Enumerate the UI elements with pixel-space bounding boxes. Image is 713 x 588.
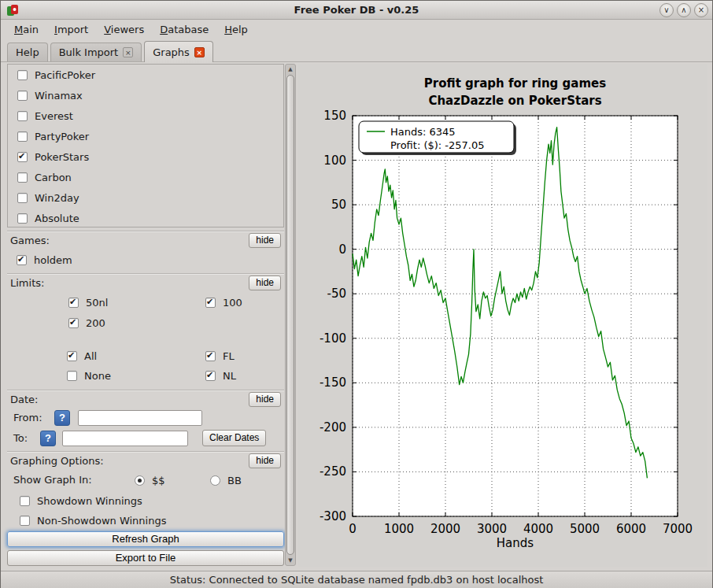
tab-bulk-import[interactable]: Bulk Import × <box>50 43 142 61</box>
checkbox[interactable] <box>68 298 79 308</box>
profit-graph: 01000200030004000500060007000150100500-5… <box>298 64 707 567</box>
limit-filter-all[interactable]: All <box>67 347 97 364</box>
svg-text:-100: -100 <box>320 331 346 346</box>
date-hide-button[interactable]: hide <box>249 392 281 407</box>
site-filter-pacificpoker[interactable]: PacificPoker <box>17 66 95 83</box>
date-from-input[interactable] <box>78 410 202 426</box>
radio-button[interactable] <box>210 475 220 486</box>
graphing-hide-button[interactable]: hide <box>249 453 281 468</box>
date-from-label: From: <box>13 412 42 423</box>
checkbox[interactable] <box>205 371 216 381</box>
filter-panel-scrollbar[interactable]: ▲ ▼ <box>285 64 296 566</box>
site-filter-pokerstars[interactable]: PokerStars <box>17 148 89 165</box>
limits-hide-button[interactable]: hide <box>249 276 281 290</box>
site-label: Win2day <box>35 192 79 204</box>
menu-help[interactable]: Help <box>217 22 255 37</box>
menu-viewers[interactable]: Viewers <box>97 22 151 37</box>
checkbox[interactable] <box>205 351 216 361</box>
checkbox[interactable] <box>67 371 77 381</box>
scroll-down-icon[interactable]: ▼ <box>286 556 295 565</box>
limit-label: FL <box>223 350 235 362</box>
radio-button[interactable] <box>135 475 145 486</box>
limit-filter-200[interactable]: 200 <box>68 314 105 331</box>
close-tab-icon[interactable]: × <box>123 47 133 57</box>
menu-database[interactable]: Database <box>153 22 216 37</box>
checkbox[interactable] <box>17 213 28 224</box>
scrollbar-thumb[interactable] <box>286 75 294 555</box>
title-bar[interactable]: Free Poker DB - v0.25 ∨ ∧ × <box>1 1 712 20</box>
site-label: PartyPoker <box>35 131 89 142</box>
status-text: Status: Connected to SQLite database nam… <box>170 574 544 586</box>
svg-text:100: 100 <box>323 153 346 168</box>
limit-label: All <box>84 350 97 362</box>
tab-help[interactable]: Help <box>7 43 48 61</box>
radio-label: $$ <box>152 475 165 486</box>
site-label: Carbon <box>35 172 72 183</box>
show-graph-in-label: Show Graph In: <box>13 474 92 486</box>
site-label: PacificPoker <box>35 69 95 81</box>
svg-text:Profit graph for ring games: Profit graph for ring games <box>424 76 606 91</box>
games-hide-button[interactable]: hide <box>249 233 281 248</box>
date-to-input[interactable] <box>62 431 188 446</box>
checkbox[interactable] <box>17 152 28 162</box>
checkbox[interactable] <box>68 318 79 328</box>
export-to-file-button[interactable]: Export to File <box>7 550 284 566</box>
limit-label: 100 <box>223 297 242 309</box>
tab-label: Bulk Import <box>59 46 119 58</box>
svg-text:-300: -300 <box>320 509 346 523</box>
status-bar: Status: Connected to SQLite database nam… <box>1 571 712 588</box>
site-filter-absolute[interactable]: Absolute <box>17 209 79 227</box>
close-icon[interactable]: × <box>694 3 708 17</box>
checkbox[interactable] <box>17 193 28 203</box>
maximize-icon[interactable]: ∧ <box>677 3 691 17</box>
radio-dollars[interactable]: $$ <box>135 472 165 489</box>
minimize-icon[interactable]: ∨ <box>659 3 674 17</box>
site-filter-partypoker[interactable]: PartyPoker <box>17 128 89 145</box>
limit-filter-100[interactable]: 100 <box>205 294 242 311</box>
limit-label: NL <box>223 370 236 382</box>
game-filter-holdem[interactable]: holdem <box>17 251 72 268</box>
svg-text:4000: 4000 <box>523 522 553 536</box>
site-filter-win2day[interactable]: Win2day <box>17 189 79 206</box>
limit-filter-fl[interactable]: FL <box>205 347 235 364</box>
checkbox[interactable] <box>17 131 28 142</box>
menu-import[interactable]: Import <box>47 22 95 37</box>
site-filter-everest[interactable]: Everest <box>17 107 73 124</box>
svg-text:3000: 3000 <box>477 522 507 536</box>
site-filter-carbon[interactable]: Carbon <box>17 168 72 186</box>
clear-dates-button[interactable]: Clear Dates <box>202 430 266 446</box>
checkbox[interactable] <box>17 111 28 121</box>
tab-bar: Help Bulk Import × Graphs × <box>1 39 712 62</box>
close-tab-icon[interactable]: × <box>194 47 205 57</box>
limit-filter-50nl[interactable]: 50nl <box>68 294 108 311</box>
date-from-calendar-icon[interactable]: ? <box>54 410 70 426</box>
radio-bb[interactable]: BB <box>210 472 242 489</box>
date-to-label: To: <box>13 432 28 444</box>
checkbox[interactable] <box>20 516 30 526</box>
checkbox[interactable] <box>17 255 27 265</box>
checkbox[interactable] <box>17 91 28 101</box>
limit-label: 50nl <box>86 297 108 309</box>
svg-text:Profit: ($): -257.05: Profit: ($): -257.05 <box>390 139 485 151</box>
scroll-up-icon[interactable]: ▲ <box>286 65 295 74</box>
svg-text:50: 50 <box>331 198 346 212</box>
svg-text:7000: 7000 <box>663 522 693 536</box>
showdown-winnings-filter[interactable]: Showdown Winnings <box>20 492 142 509</box>
checkbox[interactable] <box>20 496 30 506</box>
limit-filter-nl[interactable]: NL <box>205 367 236 384</box>
option-label: Non-Showdown Winnings <box>37 515 166 527</box>
date-header-label: Date: <box>10 394 38 405</box>
checkbox[interactable] <box>205 298 216 308</box>
limit-filter-none[interactable]: None <box>67 367 111 384</box>
date-to-calendar-icon[interactable]: ? <box>40 431 56 446</box>
sites-list: PacificPoker Winamax Everest PartyPoker … <box>7 64 284 227</box>
site-filter-winamax[interactable]: Winamax <box>17 87 83 104</box>
checkbox[interactable] <box>17 172 28 183</box>
checkbox[interactable] <box>17 70 28 80</box>
refresh-graph-button[interactable]: Refresh Graph <box>7 531 284 547</box>
tab-graphs[interactable]: Graphs × <box>144 41 213 62</box>
menu-main[interactable]: Main <box>7 22 46 37</box>
checkbox[interactable] <box>67 351 77 361</box>
svg-text:0: 0 <box>349 522 356 536</box>
non-showdown-winnings-filter[interactable]: Non-Showdown Winnings <box>20 512 166 529</box>
